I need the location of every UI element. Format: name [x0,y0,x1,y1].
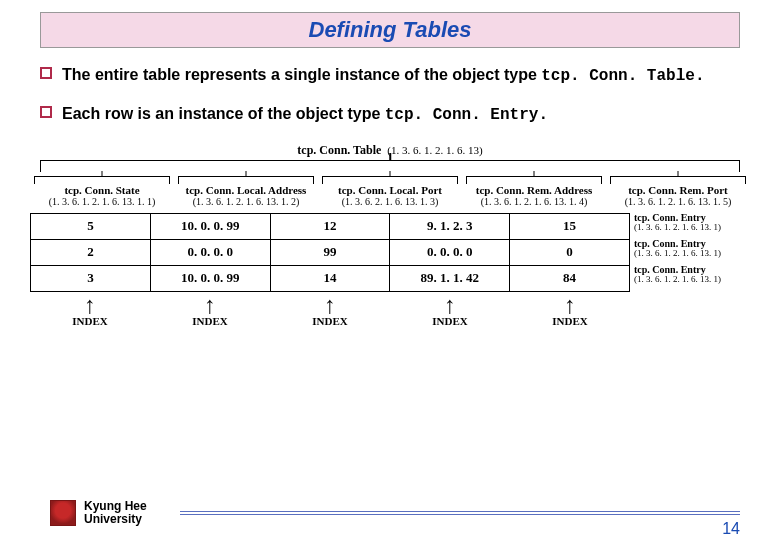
index-arrows: ↑ INDEX ↑ INDEX ↑ INDEX ↑ INDEX ↑ INDEX [30,296,630,327]
university-name: Kyung Hee University [84,500,174,526]
bullet-text: Each row is an instance of the object ty… [62,103,548,126]
bullet-icon [40,67,52,79]
bullet-item: The entire table represents a single ins… [40,64,740,87]
arrow-up-icon: ↑ [150,296,270,315]
index-arrow: ↑ INDEX [270,296,390,327]
data-table: 5 10. 0. 0. 99 12 9. 1. 2. 3 15 2 0. 0. … [30,213,630,292]
index-arrow: ↑ INDEX [510,296,630,327]
table-diagram: tcp. Conn. Table (1. 3. 6. 1. 2. 1. 6. 1… [30,143,750,327]
arrow-up-icon: ↑ [270,296,390,315]
index-arrow: ↑ INDEX [150,296,270,327]
table-row: 2 0. 0. 0. 0 99 0. 0. 0. 0 0 [31,239,630,265]
column-header: tcp. Conn. State (1. 3. 6. 1. 2. 1. 6. 1… [30,174,174,207]
data-table-wrap: 5 10. 0. 0. 99 12 9. 1. 2. 3 15 2 0. 0. … [30,213,750,292]
column-headers: tcp. Conn. State (1. 3. 6. 1. 2. 1. 6. 1… [30,174,750,207]
slide-title: Defining Tables [309,17,472,42]
arrow-up-icon: ↑ [510,296,630,315]
column-header: tcp. Conn. Rem. Address (1. 3. 6. 1. 2. … [462,174,606,207]
table-row: 3 10. 0. 0. 99 14 89. 1. 1. 42 84 [31,265,630,291]
bracket-icon [610,176,746,184]
bracket-icon [34,176,170,184]
slide-footer: Kyung Hee University [50,500,740,526]
index-arrow: ↑ INDEX [30,296,150,327]
column-header: tcp. Conn. Local. Address (1. 3. 6. 1. 2… [174,174,318,207]
table-row: 5 10. 0. 0. 99 12 9. 1. 2. 3 15 [31,213,630,239]
entry-label: tcp. Conn. Entry (1. 3. 6. 1. 2. 1. 6. 1… [630,239,750,265]
entry-label: tcp. Conn. Entry (1. 3. 6. 1. 2. 1. 6. 1… [630,213,750,239]
university-logo-icon [50,500,76,526]
bracket-icon [178,176,314,184]
column-header: tcp. Conn. Rem. Port (1. 3. 6. 1. 2. 1. … [606,174,750,207]
index-arrow: ↑ INDEX [390,296,510,327]
entry-label: tcp. Conn. Entry (1. 3. 6. 1. 2. 1. 6. 1… [630,265,750,291]
row-entry-labels: tcp. Conn. Entry (1. 3. 6. 1. 2. 1. 6. 1… [630,213,750,292]
bullet-text: The entire table represents a single ins… [62,64,704,87]
arrow-up-icon: ↑ [30,296,150,315]
bracket-icon [322,176,458,184]
bracket-icon [466,176,602,184]
bullet-icon [40,106,52,118]
bullet-item: Each row is an instance of the object ty… [40,103,740,126]
slide-title-bar: Defining Tables [40,12,740,48]
page-number: 14 [722,520,740,538]
bullet-list: The entire table represents a single ins… [40,64,740,127]
footer-rule-icon [180,511,740,515]
column-header: tcp. Conn. Local. Port (1. 3. 6. 2. 1. 6… [318,174,462,207]
arrow-up-icon: ↑ [390,296,510,315]
